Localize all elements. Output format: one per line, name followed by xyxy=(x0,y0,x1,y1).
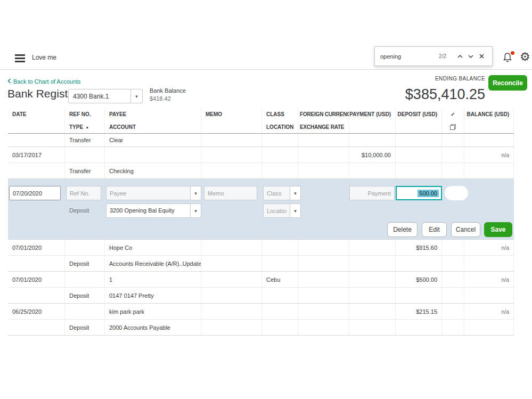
cell-empty xyxy=(201,288,262,303)
ref-no-input[interactable] xyxy=(66,186,101,200)
cell-account: Checking xyxy=(105,163,201,178)
cell-class xyxy=(262,304,298,319)
date-input[interactable] xyxy=(9,186,61,200)
chevron-down-icon[interactable]: ▾ xyxy=(190,204,201,217)
deposit-input[interactable]: 500.00 xyxy=(396,186,442,200)
table-row[interactable]: 07/01/2020 Hope Co $915.60 n/a Deposit A… xyxy=(8,240,514,272)
reconcile-button[interactable]: Reconcile xyxy=(488,75,527,91)
cell-type: Deposit xyxy=(65,320,105,335)
chevron-down-icon[interactable]: ▾ xyxy=(290,186,300,200)
cell-type: Transfer xyxy=(65,163,105,178)
header-payment[interactable]: PAYMENT (USD) xyxy=(349,108,396,120)
reconcile-status-toggle[interactable] xyxy=(445,186,468,200)
cell-empty xyxy=(201,304,262,319)
table-row[interactable]: 07/01/2020 1 Cebu $500.00 n/a Deposit 01… xyxy=(8,272,514,304)
cell-empty xyxy=(298,163,349,178)
payee-select[interactable]: ▾ xyxy=(106,186,201,200)
table-row[interactable]: Transfer Clear xyxy=(8,134,514,147)
cell-empty xyxy=(298,272,349,287)
cell-empty xyxy=(262,134,298,146)
search-close-icon[interactable] xyxy=(476,50,487,63)
cell-empty xyxy=(298,256,349,271)
sort-asc-icon: ▲ xyxy=(85,125,89,129)
cell-empty xyxy=(396,120,442,133)
location-select[interactable]: ▾ xyxy=(263,203,301,218)
cell-empty xyxy=(262,147,298,162)
chevron-down-icon[interactable]: ▾ xyxy=(190,186,201,200)
cell-empty xyxy=(396,134,442,146)
header-payee[interactable]: PAYEE xyxy=(105,108,201,120)
cell-empty xyxy=(201,163,262,178)
payee-input[interactable] xyxy=(107,186,190,200)
save-button[interactable]: Save xyxy=(484,222,512,237)
header-ref-no[interactable]: REF NO. xyxy=(65,108,105,120)
memo-input[interactable] xyxy=(204,186,257,200)
header-date[interactable]: DATE xyxy=(8,108,65,120)
location-input[interactable] xyxy=(264,204,290,217)
edit-button[interactable]: Edit xyxy=(422,222,447,237)
bank-balance-label: Bank Balance xyxy=(150,87,186,95)
cell-type: Deposit xyxy=(65,256,105,271)
header-memo[interactable]: MEMO xyxy=(201,108,262,120)
header-check-icon: ✓ xyxy=(442,108,464,120)
cell-empty xyxy=(442,163,464,178)
cell-empty xyxy=(201,272,262,287)
cell-payee: Hope Co xyxy=(105,240,201,255)
class-input[interactable] xyxy=(264,186,290,200)
cell-empty xyxy=(201,134,262,146)
cell-account: 0147 0147 Pretty xyxy=(105,288,201,303)
account-selector[interactable]: 4300 Bank.1 ▾ xyxy=(68,89,143,103)
header-type[interactable]: TYPE▲ xyxy=(65,120,105,133)
cell-empty xyxy=(464,288,514,303)
settings-gear-icon[interactable]: ⚙ xyxy=(520,50,530,64)
cell-empty xyxy=(8,163,65,178)
search-popover: opening 2/2 xyxy=(374,46,493,66)
cell-deposit: $915.60 xyxy=(396,240,442,255)
cell-empty xyxy=(396,163,442,178)
search-prev-icon[interactable] xyxy=(455,50,465,63)
account-select-value: 3200 Opening Bal Equity xyxy=(107,204,190,217)
header-class[interactable]: CLASS xyxy=(262,108,298,120)
cell-empty xyxy=(349,163,396,178)
search-next-icon[interactable] xyxy=(465,50,476,63)
table-body: Transfer Clear 03/17/2017 xyxy=(8,134,514,336)
cancel-button[interactable]: Cancel xyxy=(451,222,480,237)
cell-empty xyxy=(8,134,65,146)
hamburger-menu-icon[interactable] xyxy=(15,54,25,64)
cell-class xyxy=(262,240,298,255)
table-row[interactable]: 03/17/2017 $10,000.00 n/a Transfer Check… xyxy=(8,147,514,179)
cell-empty xyxy=(442,320,464,335)
cell-empty xyxy=(464,320,514,335)
cell-empty xyxy=(298,134,349,146)
chevron-down-icon[interactable]: ▾ xyxy=(130,89,142,103)
cell-empty xyxy=(349,240,396,255)
cell-empty xyxy=(201,120,262,133)
cell-empty xyxy=(201,147,262,162)
deposit-value-selected: 500.00 xyxy=(418,190,439,197)
cell-empty xyxy=(262,320,298,335)
header-deposit[interactable]: DEPOSIT (USD) xyxy=(396,108,442,120)
payment-input[interactable] xyxy=(349,186,395,200)
cell-empty xyxy=(464,163,514,178)
cell-account: 2000 Accounts Payable xyxy=(105,320,201,335)
back-to-chart-link[interactable]: Back to Chart of Accounts xyxy=(7,78,81,85)
delete-button[interactable]: Delete xyxy=(387,222,418,237)
table-row[interactable]: 06/25/2020 kim park park $215.15 n/a Dep… xyxy=(8,304,514,336)
cell-empty xyxy=(349,320,396,335)
notifications-bell-icon[interactable] xyxy=(503,52,514,64)
header-balance: BALANCE (USD) xyxy=(464,108,514,120)
class-select[interactable]: ▾ xyxy=(263,186,301,200)
copy-icon[interactable] xyxy=(450,124,456,130)
cell-empty xyxy=(396,288,442,303)
cell-empty xyxy=(442,256,464,271)
cell-empty xyxy=(464,256,514,271)
cell-empty xyxy=(65,147,105,162)
cell-empty xyxy=(464,134,514,146)
account-select[interactable]: 3200 Opening Bal Equity ▾ xyxy=(106,203,201,218)
header-copy-cell xyxy=(442,120,464,133)
chevron-down-icon[interactable]: ▾ xyxy=(290,204,300,217)
search-input[interactable]: opening xyxy=(380,53,439,60)
cell-empty xyxy=(8,256,65,271)
header-exchange-rate: EXCHANGE RATE xyxy=(298,120,349,133)
cell-account: Accounts Receivable (A/R)..Updated xyxy=(105,256,201,271)
